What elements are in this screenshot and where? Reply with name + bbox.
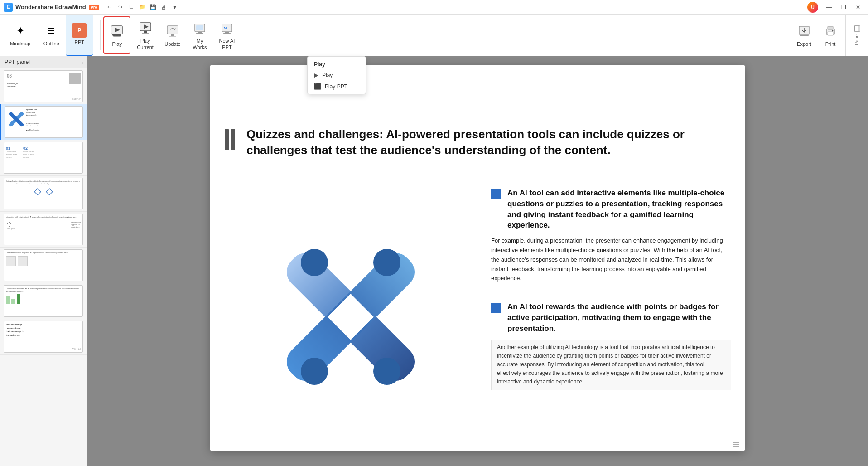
svg-rect-20: [225, 32, 229, 33]
title-bar: E Wondershare EdrawMind Pro ↩ ↪ ☐ 📁 💾 🖨 …: [0, 0, 868, 15]
svg-rect-44: [733, 446, 739, 447]
pause-icon: [225, 129, 235, 150]
ribbon-right-actions: Export Print: [791, 15, 843, 56]
slide-body-right: An AI tool can add interactive elements …: [491, 188, 731, 408]
pro-badge: Pro: [89, 5, 99, 10]
mindmap-icon: ✦: [12, 23, 29, 39]
slide-canvas-area: Quizzes and challenges: AI-powered prese…: [87, 56, 868, 466]
print-button[interactable]: Print: [818, 17, 843, 53]
print-preview-button[interactable]: 🖨: [159, 2, 169, 12]
svg-rect-29: [858, 26, 860, 31]
open-button[interactable]: 📁: [137, 2, 147, 12]
play-dropdown-menu: Play ▶ Play ⬛ Play PPT: [307, 56, 366, 94]
pause-bar-1: [225, 129, 229, 150]
bullet-2-square: [491, 303, 501, 313]
bullet-1-heading: An AI tool can add interactive elements …: [507, 188, 731, 231]
svg-rect-43: [733, 442, 739, 443]
slide-list: 08 knowledgeretention. PART 08: [0, 68, 87, 466]
window-controls: — ❐ ✕: [823, 3, 864, 12]
svg-rect-16: [198, 32, 202, 33]
bullet-1-header: An AI tool can add interactive elements …: [491, 188, 731, 231]
play-ppt-menu-label: Play PPT: [325, 83, 347, 90]
svg-marker-34: [7, 222, 11, 227]
svg-rect-25: [828, 26, 833, 29]
slide-thumb-8[interactable]: that effectivelycommunicatetheir message…: [0, 319, 87, 355]
svg-point-40: [301, 358, 328, 385]
svg-rect-11: [167, 26, 178, 34]
undo-button[interactable]: ↩: [105, 2, 115, 12]
app-name: Wondershare EdrawMind: [15, 4, 86, 10]
export-label: Export: [797, 41, 811, 47]
ppt-icon: P: [72, 23, 87, 38]
new-button[interactable]: ☐: [126, 2, 136, 12]
pause-bar-2: [231, 129, 235, 150]
sidebar-collapse-button[interactable]: ‹: [78, 59, 87, 67]
slide-thumb-3[interactable]: 01 Lorem ipsum dolor sit amet consec 02 …: [0, 140, 87, 176]
close-button[interactable]: ✕: [852, 3, 864, 12]
update-icon: [164, 23, 181, 39]
new-ai-ppt-icon: AI: [219, 20, 235, 36]
update-button[interactable]: Update: [160, 16, 185, 54]
bullet-section-2: An AI tool rewards the audience with poi…: [491, 301, 731, 390]
more-button[interactable]: ▼: [170, 2, 180, 12]
new-ai-ppt-button[interactable]: AI New AIPPT: [214, 16, 240, 54]
quick-access-toolbar: ↩ ↪ ☐ 📁 💾 🖨 ▼: [105, 2, 180, 12]
bullet-2-heading: An AI tool rewards the audience with poi…: [507, 301, 731, 334]
play-menu-item[interactable]: ▶ Play: [308, 69, 366, 81]
ribbon: ✦ Mindmap ☰ Outline P PPT: [0, 15, 868, 56]
slide-thumb-img-1: 08 knowledgeretention. PART 08: [4, 70, 83, 102]
play-icon: [109, 23, 125, 39]
tab-mindmap[interactable]: ✦ Mindmap: [4, 14, 37, 56]
my-works-icon: [192, 20, 208, 36]
bullet-1-square: [491, 189, 501, 199]
slide-thumb-img-2: Quizzes and challenges: AI-powered... ■ …: [5, 106, 83, 138]
redo-button[interactable]: ↪: [116, 2, 125, 12]
panel-label: Panel: [854, 34, 859, 45]
play-dropdown-header: Play: [308, 58, 366, 69]
minimize-button[interactable]: —: [823, 3, 835, 12]
tab-outline[interactable]: ☰ Outline: [37, 14, 66, 56]
ppt-panel-title: PPT panel: [5, 59, 30, 65]
profile-avatar[interactable]: U: [807, 2, 818, 13]
svg-point-38: [301, 249, 328, 276]
slide-title: Quizzes and challenges: AI-powered prese…: [246, 126, 722, 158]
svg-point-41: [373, 358, 400, 385]
slide-thumb-4[interactable]: Data validation. It is important to vali…: [0, 176, 87, 212]
slide-thumb-6[interactable]: Data detection and mitigation. AI algori…: [0, 248, 87, 283]
print-label: Print: [825, 41, 836, 47]
slide-thumb-1[interactable]: 08 knowledgeretention. PART 08: [0, 68, 87, 104]
my-works-label: MyWorks: [193, 38, 207, 50]
svg-rect-5: [115, 34, 119, 36]
tab-ppt[interactable]: P PPT: [66, 14, 93, 56]
outline-icon: ☰: [43, 23, 59, 39]
mindmap-label: Mindmap: [10, 41, 30, 47]
svg-rect-13: [169, 36, 176, 37]
resize-handle[interactable]: [732, 440, 740, 448]
slide-thumb-7[interactable]: Collaboration activities. An AI-powered …: [0, 283, 87, 319]
play-current-button[interactable]: PlayCurrent: [132, 16, 158, 54]
bullet-1-body: For example, during a presentation, the …: [491, 236, 731, 283]
update-label: Update: [164, 41, 180, 47]
slide-thumb-img-4: Data validation. It is important to vali…: [4, 178, 83, 209]
export-button[interactable]: Export: [791, 17, 817, 53]
slide-thumb-img-3: 01 Lorem ipsum dolor sit amet consec 02 …: [4, 142, 83, 174]
my-works-button[interactable]: MyWorks: [187, 16, 212, 54]
svg-rect-21: [223, 33, 231, 34]
slide-thumb-2[interactable]: Quizzes and challenges: AI-powered... ■ …: [0, 104, 87, 140]
bullet-2-header: An AI tool rewards the audience with poi…: [491, 301, 731, 334]
save-button[interactable]: 💾: [148, 2, 158, 12]
x-shape: [256, 222, 446, 412]
app-logo-icon: E: [4, 3, 13, 12]
slide-thumb-img-8: that effectivelycommunicatetheir message…: [4, 321, 83, 353]
print-icon: [822, 23, 839, 39]
panel-toggle-button[interactable]: Panel: [845, 15, 868, 56]
svg-text:AI: AI: [223, 26, 227, 30]
slide-title-text: Quizzes and challenges: AI-powered prese…: [246, 127, 685, 157]
slide-thumb-5[interactable]: Integration with existing tools. A power…: [0, 212, 87, 248]
play-ppt-menu-item[interactable]: ⬛ Play PPT: [308, 81, 366, 92]
restore-button[interactable]: ❐: [837, 3, 850, 12]
slide-thumb-img-6: Data detection and mitigation. AI algori…: [4, 249, 83, 281]
slide-container: Quizzes and challenges: AI-powered prese…: [210, 65, 745, 451]
play-button[interactable]: Play: [103, 16, 130, 54]
play-menu-icon: ▶: [314, 72, 318, 78]
